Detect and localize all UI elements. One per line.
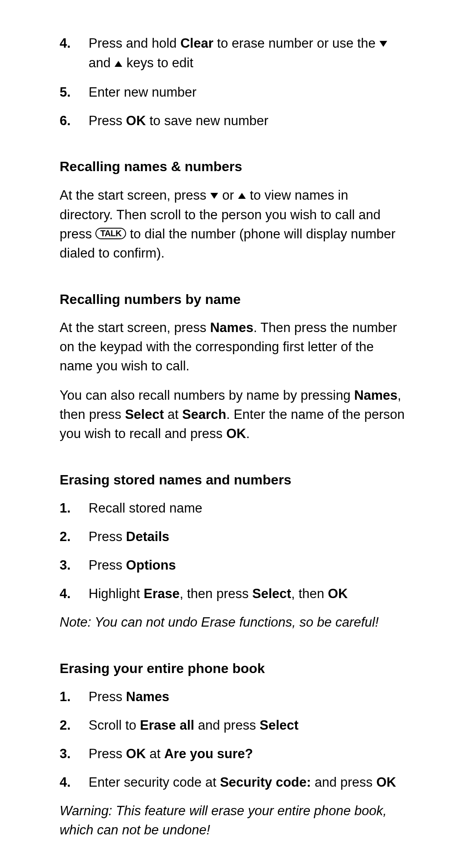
- list-number: 4.: [60, 34, 89, 74]
- list-text: Press Names: [89, 688, 405, 707]
- list-text: Enter security code at Security code: an…: [89, 773, 405, 792]
- talk-button-icon: TALK: [95, 228, 126, 239]
- bold-text: Select: [125, 407, 164, 422]
- ordered-list-1: 4.Press and hold Clear to erase number o…: [60, 34, 405, 130]
- list-item: 1.Recall stored name: [60, 499, 405, 518]
- list-number: 1.: [60, 499, 89, 518]
- section-heading-erasing-entire: Erasing your entire phone book: [60, 659, 405, 678]
- section-heading-erasing-stored: Erasing stored names and numbers: [60, 470, 405, 490]
- paragraph: You can also recall numbers by name by p…: [60, 386, 405, 444]
- bold-text: Names: [210, 320, 253, 335]
- bold-text: OK: [126, 746, 146, 761]
- list-text: Press OK to save new number: [89, 112, 405, 131]
- ordered-list-2: 1.Recall stored name2.Press Details3.Pre…: [60, 499, 405, 604]
- list-item: 3.Press OK at Are you sure?: [60, 745, 405, 764]
- note-text: Note: You can not undo Erase functions, …: [60, 613, 405, 632]
- list-item: 3.Press Options: [60, 556, 405, 575]
- bold-text: OK: [376, 775, 396, 790]
- ordered-list-3: 1.Press Names2.Scroll to Erase all and p…: [60, 688, 405, 792]
- list-number: 1.: [60, 688, 89, 707]
- bold-text: Search: [182, 407, 226, 422]
- list-text: Enter new number: [89, 83, 405, 102]
- list-number: 4.: [60, 773, 89, 792]
- svg-marker-0: [380, 41, 387, 47]
- list-text: Highlight Erase, then press Select, then…: [89, 584, 405, 604]
- list-item: 4.Enter security code at Security code: …: [60, 773, 405, 792]
- list-number: 2.: [60, 527, 89, 547]
- list-item: 2.Press Details: [60, 527, 405, 547]
- list-item: 5.Enter new number: [60, 83, 405, 102]
- list-text: Press Details: [89, 527, 405, 547]
- section-heading-recalling-numbers-by-name: Recalling numbers by name: [60, 289, 405, 309]
- list-text: Scroll to Erase all and press Select: [89, 716, 405, 735]
- list-item: 2.Scroll to Erase all and press Select: [60, 716, 405, 735]
- bold-text: OK: [126, 113, 146, 128]
- list-text: Press Options: [89, 556, 405, 575]
- bold-text: Clear: [180, 36, 213, 51]
- list-number: 5.: [60, 83, 89, 102]
- bold-text: Are you sure?: [164, 746, 253, 761]
- bold-text: Names: [354, 388, 398, 403]
- bold-text: Erase: [144, 586, 179, 601]
- triangle-down-icon: [379, 34, 388, 53]
- svg-marker-1: [115, 61, 122, 67]
- bold-text: Names: [126, 689, 170, 704]
- svg-marker-3: [238, 193, 246, 199]
- bold-text: Details: [126, 529, 170, 544]
- svg-marker-2: [210, 193, 218, 199]
- list-number: 3.: [60, 745, 89, 764]
- triangle-down-icon: [210, 186, 218, 205]
- triangle-up-icon: [238, 186, 246, 205]
- list-number: 3.: [60, 556, 89, 575]
- list-number: 6.: [60, 112, 89, 131]
- list-text: Press and hold Clear to erase number or …: [89, 34, 405, 74]
- list-item: 4.Highlight Erase, then press Select, th…: [60, 584, 405, 604]
- bold-text: OK: [328, 586, 348, 601]
- list-number: 2.: [60, 716, 89, 735]
- paragraph: At the start screen, press Names. Then p…: [60, 318, 405, 376]
- list-text: Press OK at Are you sure?: [89, 745, 405, 764]
- bold-text: Erase all: [140, 718, 195, 733]
- triangle-up-icon: [114, 54, 123, 73]
- list-item: 6.Press OK to save new number: [60, 112, 405, 131]
- warning-text: Warning: This feature will erase your en…: [60, 802, 405, 840]
- bold-text: OK: [226, 426, 246, 441]
- list-item: 1.Press Names: [60, 688, 405, 707]
- list-number: 4.: [60, 584, 89, 604]
- bold-text: Select: [252, 586, 291, 601]
- bold-text: Security code:: [220, 775, 311, 790]
- list-item: 4.Press and hold Clear to erase number o…: [60, 34, 405, 74]
- bold-text: Options: [126, 558, 176, 573]
- paragraph: At the start screen, press or to view na…: [60, 186, 405, 263]
- list-text: Recall stored name: [89, 499, 405, 518]
- bold-text: Select: [260, 718, 299, 733]
- section-heading-recalling-names-numbers: Recalling names & numbers: [60, 157, 405, 176]
